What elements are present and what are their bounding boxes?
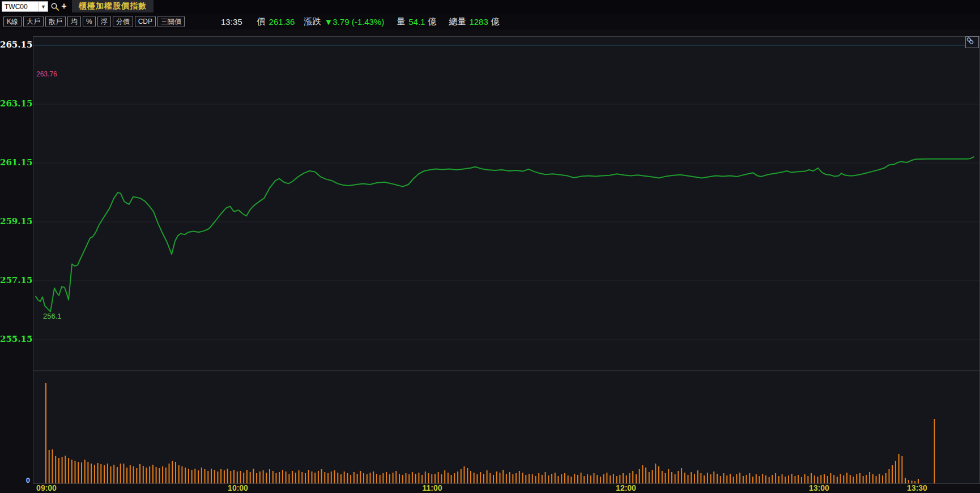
total-volume-label: 總量 — [449, 16, 466, 27]
volume-unit: 億 — [428, 16, 436, 27]
volume-value: 54.1 — [408, 17, 425, 27]
time-axis-tick: 10:00 — [228, 484, 248, 492]
volume-zero-label: 0 — [20, 477, 30, 484]
toolbar: K線大戶散戶均%浮分價CDP三關價 13:35 價 261.36 漲跌 ▼3.7… — [0, 14, 980, 29]
price-axis-tick: 265.15 — [0, 40, 30, 50]
annotation-day-low: 256.1 — [43, 312, 62, 320]
add-symbol-button[interactable]: + — [60, 0, 68, 12]
time-axis-tick: 13:00 — [809, 484, 829, 492]
total-volume-unit: 億 — [491, 16, 500, 27]
toolbar-button-均[interactable]: 均 — [67, 16, 81, 27]
price-axis-labels: 265.15263.15261.15259.15257.15255.15 — [0, 0, 30, 493]
chart-plot-area[interactable]: 263.76 256.1 — [33, 36, 980, 484]
toolbar-button-三關價[interactable]: 三關價 — [157, 16, 185, 27]
volume-label: 量 — [397, 16, 405, 27]
change-value: ▼3.79 (-1.43%) — [324, 17, 384, 27]
toolbar-button-%[interactable]: % — [83, 16, 96, 27]
price-axis-tick: 255.15 — [0, 334, 30, 344]
total-volume-value: 1283 — [469, 17, 488, 27]
time-axis-tick: 09:00 — [36, 484, 57, 492]
chevron-down-icon[interactable]: ▼ — [39, 2, 48, 11]
app-window: { "topbar": { "symbol_value": "TWC00", "… — [0, 0, 980, 493]
toolbar-button-浮[interactable]: 浮 — [97, 16, 111, 27]
status-bar: 13:35 價 261.36 漲跌 ▼3.79 (-1.43%) 量 54.1 … — [221, 16, 500, 27]
price-value: 261.36 — [269, 17, 295, 27]
tab-index-name[interactable]: 櫃檯加權股價指數 — [72, 0, 154, 12]
status-time: 13:35 — [221, 17, 242, 27]
price-label: 價 — [257, 16, 266, 27]
toolbar-button-散戶[interactable]: 散戶 — [45, 16, 66, 27]
price-axis-tick: 261.15 — [0, 157, 30, 168]
top-bar: TWC00 ▼ + 櫃檯加權股價指數 — [0, 0, 980, 14]
price-axis-tick: 257.15 — [0, 275, 30, 285]
annotation-prev-value: 263.76 — [36, 71, 57, 78]
search-icon[interactable] — [50, 1, 60, 12]
toolbar-button-分價[interactable]: 分價 — [113, 16, 133, 27]
time-axis-tick: 13:30 — [907, 484, 927, 492]
time-axis-tick: 11:00 — [422, 484, 442, 492]
price-axis-tick: 263.15 — [0, 98, 30, 109]
toolbar-button-CDP[interactable]: CDP — [135, 16, 156, 27]
time-axis-tick: 12:00 — [616, 484, 636, 492]
change-label: 漲跌 — [304, 16, 321, 27]
link-icon[interactable] — [965, 36, 979, 48]
price-axis-tick: 259.15 — [0, 216, 30, 226]
